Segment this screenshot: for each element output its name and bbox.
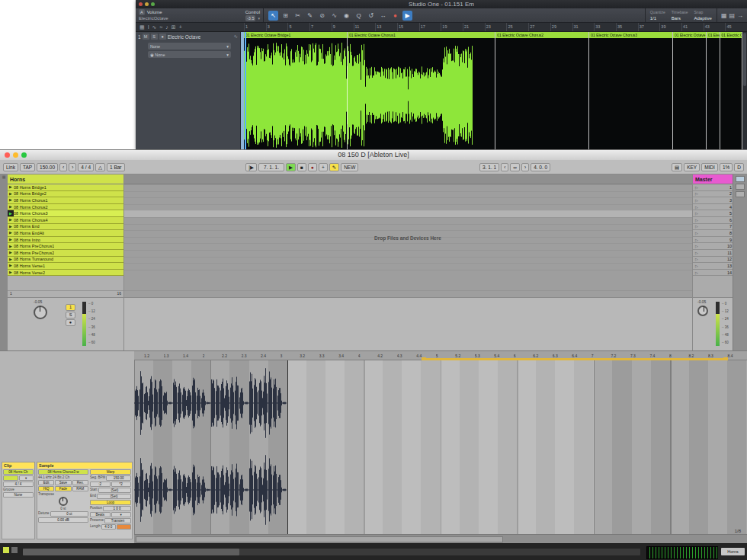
control-tab[interactable]: Control: [245, 9, 260, 15]
scene-slot[interactable]: ▷ 12: [693, 257, 734, 264]
scene-play-icon[interactable]: ▷: [695, 224, 698, 229]
warp-marker-indicator[interactable]: [117, 524, 131, 530]
scene-slot[interactable]: ▷ 1: [693, 184, 734, 191]
mixer-view-icon[interactable]: ▤: [729, 12, 735, 19]
range-tool-icon[interactable]: ⊞: [281, 11, 290, 21]
timeline-ruler[interactable]: 1357911131517192123252729313335373941434…: [244, 23, 747, 31]
record-button[interactable]: ●: [308, 163, 317, 171]
volume-readout[interactable]: -0.05: [34, 299, 42, 304]
wave-icon[interactable]: ∿: [152, 24, 157, 30]
link-button[interactable]: Link: [3, 163, 18, 171]
ram-button[interactable]: RAM: [72, 486, 88, 491]
transpose-value[interactable]: 0 st: [38, 507, 88, 510]
audio-clip[interactable]: 01 Electric Octave Chorus4: [673, 32, 707, 150]
track-activator[interactable]: 1: [66, 304, 75, 311]
clip-slot[interactable]: ▶ 08 Horns Bridge2: [8, 191, 123, 198]
show-mixer-toggle[interactable]: [736, 191, 745, 197]
track-name[interactable]: Electric Octave: [168, 34, 201, 40]
chevron-down-icon[interactable]: ▾: [111, 512, 132, 517]
clip-play-icon[interactable]: ▶: [8, 230, 14, 235]
master-title[interactable]: Master: [693, 174, 734, 184]
sample-name-field[interactable]: 08 Horns Chorus3 w: [38, 469, 88, 475]
split-tool-icon[interactable]: ✂: [293, 11, 303, 21]
reverse-button[interactable]: Rev.: [72, 480, 88, 485]
time-signature-field[interactable]: 4 / 4: [78, 163, 94, 171]
hiq-button[interactable]: HiQ: [38, 486, 54, 491]
show-sends-toggle[interactable]: [736, 184, 745, 190]
key-map-button[interactable]: KEY: [684, 163, 700, 171]
automation-param-label[interactable]: Volume: [147, 9, 162, 15]
clip-slot[interactable]: ▶ 08 Horns End: [8, 224, 123, 231]
waveform-right-channel[interactable]: [134, 452, 287, 528]
close-icon[interactable]: [139, 2, 143, 6]
playhead[interactable]: [245, 32, 246, 150]
scene-play-icon[interactable]: ▷: [695, 231, 698, 235]
length-value[interactable]: 4 0 0: [101, 524, 116, 530]
scene-slot[interactable]: ▷ 14: [693, 270, 734, 277]
clip-play-icon[interactable]: ▶: [8, 217, 14, 222]
computer-midi-keyboard-icon[interactable]: ▤: [672, 163, 682, 171]
midi-map-button[interactable]: MIDI: [701, 163, 718, 171]
audio-clip[interactable]: 01 Electric Octave Chorus3: [589, 32, 673, 150]
clip-slot[interactable]: ▶ 08 Horns PreChorus2: [8, 250, 123, 257]
scene-slot[interactable]: ▷ 4: [693, 204, 734, 211]
note-icon[interactable]: ♪: [165, 24, 168, 30]
minimize-icon[interactable]: [145, 2, 149, 6]
scene-play-icon[interactable]: ▷: [695, 218, 698, 222]
add-icon[interactable]: +: [179, 24, 182, 30]
new-button[interactable]: NEW: [341, 163, 358, 171]
save-button[interactable]: Save: [55, 480, 71, 485]
scroll-handle[interactable]: [136, 536, 503, 542]
clip-play-icon[interactable]: ▶: [8, 270, 14, 275]
clip-name-field[interactable]: 08 Horns Ch: [3, 469, 34, 475]
loop-button[interactable]: Loop: [90, 500, 131, 505]
window-controls[interactable]: [139, 2, 155, 6]
input-select[interactable]: None▾: [148, 43, 231, 50]
punch-out-button[interactable]: ›: [521, 163, 529, 171]
scene-play-icon[interactable]: ▷: [695, 211, 698, 216]
clip-play-icon[interactable]: ▶: [8, 191, 14, 197]
clip-play-icon[interactable]: ▶: [8, 237, 14, 242]
clip-play-icon[interactable]: ▶: [8, 197, 14, 203]
sample-box-header[interactable]: Sample: [37, 462, 132, 469]
arrangement-position[interactable]: 7. 1. 1.: [258, 163, 284, 171]
clip-play-icon[interactable]: ▶: [8, 263, 14, 268]
warp-button[interactable]: Warp: [90, 469, 131, 475]
chevron-down-icon[interactable]: ▾: [258, 15, 260, 21]
audio-clip[interactable]: 01 Electric Octave Verse1: [720, 32, 742, 150]
audio-clip[interactable]: 01 Electric Octave Chorus1: [348, 32, 495, 150]
play-button[interactable]: ▶: [402, 11, 412, 21]
audio-clip[interactable]: 01 Electric Octave Chorus2: [495, 32, 589, 150]
clip-play-icon[interactable]: ▶: [8, 244, 14, 249]
timebase-value[interactable]: Bars: [672, 15, 688, 21]
curve-icon[interactable]: ≈: [159, 24, 162, 30]
clip-slot[interactable]: ▶ 08 Horns PreChorus1: [8, 243, 123, 250]
clip-slot[interactable]: ▶ 08 Horns Intro: [8, 237, 123, 244]
clip-slot[interactable]: ▶ 08 Horns Chorus4: [8, 217, 123, 224]
tap-tempo-button[interactable]: TAP: [20, 163, 35, 171]
clip-slot[interactable]: ▶ 08 Horns EndAlt: [8, 230, 123, 237]
arrangement-area[interactable]: 01 Electric Octave Bridge1 01 Electric O…: [244, 32, 747, 150]
quantize-menu[interactable]: 1 Bar: [107, 163, 125, 171]
solo-button[interactable]: S: [66, 312, 75, 318]
scene-slot[interactable]: ▷ 6: [693, 217, 734, 224]
loop-region[interactable]: [287, 360, 594, 535]
scene-play-icon[interactable]: ▷: [695, 185, 698, 190]
cursor-icon[interactable]: I: [148, 24, 149, 30]
nudge-down-button[interactable]: ‹: [59, 163, 67, 171]
position-value[interactable]: 1 0 0: [103, 506, 131, 511]
clip-slot[interactable]: ▶ 08 Horns Chorus3: [8, 210, 123, 217]
clip-play-icon[interactable]: ▶: [8, 184, 14, 190]
show-io-toggle[interactable]: [736, 176, 745, 182]
track-header[interactable]: 1 M S ● Electric Octave ∿ None▾ ◉ None▾: [136, 32, 241, 150]
master-volume-readout[interactable]: -0.05: [697, 299, 706, 304]
clip-slot[interactable]: ▶ 08 Horns Turnaround: [8, 257, 123, 264]
status-scrollbar[interactable]: [23, 549, 640, 555]
quantize-value[interactable]: 1/1: [650, 15, 665, 21]
mute-button[interactable]: M: [143, 34, 149, 40]
draw-mode-button[interactable]: ✎: [329, 163, 339, 171]
clip-slot[interactable]: ▶ 08 Horns Chorus2: [8, 204, 123, 211]
io-right[interactable]: 16: [117, 291, 121, 297]
clip-waveform-area[interactable]: 1/8: [134, 360, 747, 535]
transpose-knob[interactable]: [59, 497, 68, 506]
